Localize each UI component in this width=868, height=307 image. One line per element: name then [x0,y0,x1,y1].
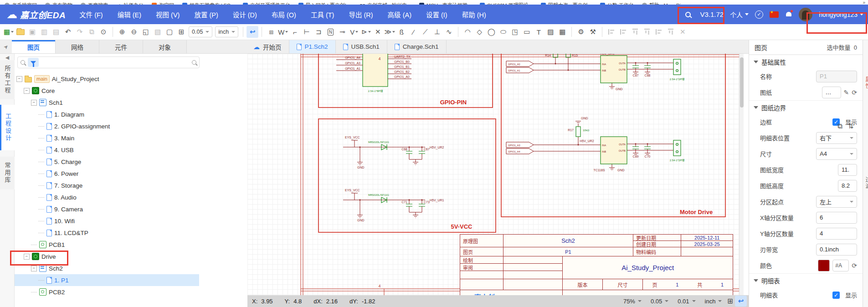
doc-tab-P1.Sch2[interactable]: P1.Sch2 [289,40,336,53]
redo-icon[interactable]: ↷ [74,26,86,38]
menu-item-放[interactable]: 放置 (P) [189,7,223,21]
strip-tab-工程设计[interactable]: 工程设计 [0,105,15,150]
app-logo[interactable]: ☁ 嘉立创EDA [0,8,74,20]
insert-image-icon[interactable]: ▨ [544,26,556,38]
grid-toggle-icon[interactable]: ⊞ [727,297,733,305]
prop-control-edge-width[interactable]: 0.1inch [816,244,857,256]
bookmark-item[interactable]: 淘宝网 [152,1,174,5]
align-bottom-icon[interactable] [641,26,653,38]
prop-control-zone-x-count[interactable]: 6 [816,212,857,224]
zone-y-count-input[interactable]: 4 [816,228,857,240]
bookmark-item[interactable]: MCU - 南京沁恒微... [419,1,472,5]
canvas-origin-icon[interactable]: ↩ [735,296,747,307]
place-polyline-icon[interactable]: ⟋ [419,26,431,38]
bookmarks-overflow-icon[interactable]: » [863,0,865,5]
prop-control-size[interactable]: A4 [816,148,857,160]
prop-control-name[interactable]: P1 [816,71,857,82]
panel-tab-网络[interactable]: 网络 [56,40,99,53]
prop-control-sheet[interactable]: …✎⟳ [822,87,857,98]
new-schematic-icon[interactable]: ▦ [3,26,15,38]
close-icon[interactable]: ✕ [677,26,688,38]
tree-item-Core[interactable]: −Core [15,85,199,97]
snap-size-select[interactable]: 0.01 [674,296,699,307]
sheet-template-button[interactable]: … [822,87,841,98]
doc-tab-USB.Sch1[interactable]: USB.Sch1 [336,40,387,53]
place-line-icon[interactable]: ∕ [407,26,419,38]
draw-arc-icon[interactable]: ◠ [462,26,473,38]
place-net-label-icon[interactable]: ⊐ [313,26,324,38]
draw-rect-icon[interactable]: ▭ [521,26,533,38]
menu-item-设[interactable]: 设置 (I) [421,7,453,21]
swap-wh-icon[interactable]: ⇅ [848,122,854,130]
panel-tab-对象[interactable]: 对象 [143,40,187,53]
tree-item-7.-Storage[interactable]: 7. Storage [15,179,199,191]
menu-item-高[interactable]: 高级 (A) [382,7,417,21]
place-net-flag-icon[interactable]: N [324,26,336,38]
filter-chip[interactable] [28,58,39,67]
section-header-明细表[interactable]: 明细表 [749,273,863,287]
place-bus-entry-icon[interactable]: ≫ [384,26,395,38]
strip-tab-所有工程[interactable]: 所有工程 [0,60,15,99]
save-all-icon[interactable]: ▥ [38,26,50,38]
box-select-icon[interactable]: ▢ [164,26,175,38]
color-hex-input[interactable]: #A [832,260,849,271]
place-vcc-icon[interactable]: V [348,26,360,38]
strip-tab-常用库[interactable]: 常用库 [0,157,15,189]
bom-visible-checkbox[interactable]: ✓ [832,292,840,299]
draw-text-icon[interactable]: T [533,26,544,38]
tree-item-10.-Wifi[interactable]: 10. Wifi [15,215,199,227]
place-wire-icon[interactable]: ⌐ [289,26,301,38]
bookmark-item[interactable]: 百度搜索 [81,1,108,5]
size-select[interactable]: A4 [816,148,857,160]
right-strip-tab-过滤[interactable]: 过滤 [864,177,868,189]
bookmark-item[interactable]: 京东购物 [45,1,72,5]
canvas-origin-icon[interactable]: ↩ [247,26,258,38]
tree-toggle-icon[interactable]: − [31,100,37,106]
tree-item-3.-Main[interactable]: 3. Main [15,132,199,144]
menu-item-编[interactable]: 编辑 (E) [112,7,147,21]
place-resistor-icon[interactable]: W [277,26,289,38]
draw-frame-icon[interactable]: ◳ [509,26,521,38]
place-pin-icon[interactable]: ⊸ [336,26,348,38]
fit-view-icon[interactable]: ◱ [140,26,152,38]
name-input[interactable]: P1 [816,71,857,82]
bookmark-item[interactable]: EC立创商城 - 始兴电... [360,1,411,5]
user-menu[interactable]: hongyong123 [819,11,863,18]
zone-origin-select[interactable]: 左上 [816,196,857,208]
section-header-图纸边界[interactable]: 图纸边界 [749,100,863,114]
grid-size-select[interactable]: 0.05 [647,296,672,307]
prop-control-color[interactable]: #A⟳ [818,260,857,271]
bookmark-item[interactable]: 公数 工作台 [600,1,634,5]
symbol-wizard-icon[interactable]: ⚙ [575,26,587,38]
place-component-icon[interactable]: ⧈ [265,26,277,38]
insert-table-icon[interactable]: ▦ [556,26,568,38]
unit-select[interactable]: inch [701,296,726,307]
zoom-out-icon[interactable]: ⊖ [128,26,140,38]
copy-icon[interactable]: ⧉ [86,26,98,38]
undo-icon[interactable]: ↶ [62,26,74,38]
toolbar-grid-select[interactable]: 0.05 [189,26,212,37]
draw-circle-icon[interactable]: ◯ [485,26,497,38]
place-arc-wire-icon[interactable]: ∿ [443,26,455,38]
save-icon[interactable]: ▣ [26,26,38,38]
version-label[interactable]: V3.1.72 [700,10,724,18]
section-header-基础属性[interactable]: 基础属性 [749,55,863,68]
tree-item-Sch2[interactable]: −Sch2 [15,262,199,274]
certified-icon[interactable]: ✓ [755,10,763,19]
open-project-icon[interactable] [15,26,26,38]
tree-item-8.-Audio[interactable]: 8. Audio [15,191,199,203]
tree-item-Sch1[interactable]: −Sch1 [15,97,199,108]
tree-item-9.-Camera[interactable]: 9. Camera [15,203,199,215]
distribute-v-icon[interactable] [665,26,677,38]
place-bezier-icon[interactable]: ß [395,26,407,38]
tree-toggle-icon[interactable]: − [24,254,30,260]
tree-item-1.-P1[interactable]: 1. P1 [15,274,199,286]
panel-tab-图页[interactable]: 图页 [12,40,56,53]
align-left-icon[interactable] [606,26,617,38]
prop-control-bom-visible[interactable]: ✓显示 [832,291,857,299]
zoom-select[interactable]: 75% [620,296,645,307]
right-strip-tab-属性[interactable]: 属性 [864,77,868,89]
tree-item-Drive[interactable]: −Drive [15,251,199,262]
canvas-vertical-scrollbar[interactable] [739,54,744,295]
place-port-icon[interactable]: ⊳ [360,26,372,38]
